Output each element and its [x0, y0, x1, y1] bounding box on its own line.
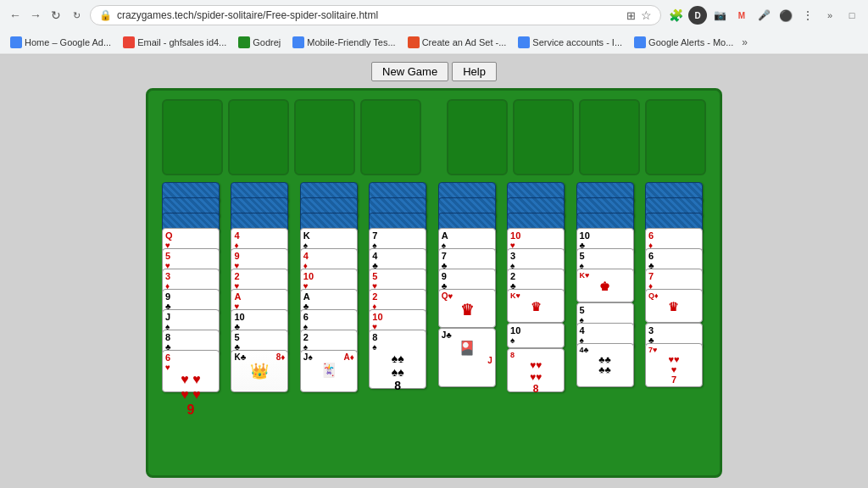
- card-7-spades-red[interactable]: 7♥ ♥♥♥7: [645, 343, 703, 387]
- tableau-col-6[interactable]: 10♥ 3♠ 2♣ K♥ ♛ 10♠ 8 ♥♥♥♥8: [507, 182, 568, 369]
- card-J-diamonds-face[interactable]: J♠A♦ 🃏: [300, 350, 358, 392]
- address-bar[interactable]: 🔒 crazygames.tech/spider-solitaire/Free-…: [90, 5, 661, 25]
- tableau-row: Q♥ 5♥ 3♦ 9♣ J♠ 8♣ 6♥ ♥: [157, 182, 711, 467]
- more-bookmarks[interactable]: »: [742, 36, 748, 48]
- browser-right-icons: 🧩 D 📷 M 🎤 ⚫ ⋮ » □: [666, 6, 861, 25]
- chrome-icon[interactable]: ⚫: [776, 6, 795, 25]
- url-text: crazygames.tech/spider-solitaire/Free-sp…: [117, 9, 621, 21]
- bookmark-service[interactable]: Service accounts - I...: [515, 35, 626, 50]
- card-8-hearts-big[interactable]: 8 ♥♥♥♥8: [507, 348, 565, 392]
- bookmark-home[interactable]: Home – Google Ad...: [7, 35, 114, 50]
- card-J-clubs[interactable]: J♣ 🎴 J: [438, 328, 496, 387]
- card-8-spades[interactable]: 8♠ ♠♠♠♠8: [369, 330, 426, 389]
- window-icon[interactable]: □: [843, 6, 861, 25]
- card-K-hearts-face[interactable]: K♥ ♚: [576, 269, 634, 302]
- mic-icon[interactable]: 🎤: [754, 6, 773, 25]
- foundation-slot-7[interactable]: [579, 99, 640, 175]
- translate-icon: ⊞: [626, 9, 636, 22]
- forward-button[interactable]: →: [27, 7, 44, 24]
- bookmark-home-label: Home – Google Ad...: [25, 37, 111, 47]
- tableau-col-8[interactable]: 6♦ 6♣ 7♦ Q♦ ♛ 3♣ 7♥ ♥♥♥7: [645, 182, 706, 369]
- extensions-icon[interactable]: 🧩: [666, 6, 685, 25]
- foundation-row: [157, 99, 711, 175]
- browser-titlebar: ← → ↻ ↻ 🔒 crazygames.tech/spider-solitai…: [0, 0, 868, 30]
- card-Q-hearts-face[interactable]: Q♥ ♛: [438, 289, 496, 328]
- card-6-hearts[interactable]: 6♥ ♥ ♥♥ ♥9: [162, 350, 220, 392]
- menu-icon[interactable]: ⋮: [798, 6, 817, 25]
- bookmark-mobile[interactable]: Mobile-Friendly Tes...: [289, 35, 398, 50]
- tableau-col-5[interactable]: A♠ 7♣ 9♣ Q♥ ♛ J♣ 🎴 J: [438, 182, 499, 369]
- foundation-slot-1[interactable]: [162, 99, 223, 175]
- browser-chrome: ← → ↻ ↻ 🔒 crazygames.tech/spider-solitai…: [0, 0, 868, 55]
- tableau-col-2[interactable]: 4♦ 9♥ 2♥ A♥ 10♣ 5♣: [231, 182, 292, 369]
- bookmark-email[interactable]: Email - ghfsales id4...: [120, 35, 230, 50]
- reload-button[interactable]: ↻: [47, 7, 64, 24]
- instagram-icon[interactable]: 📷: [710, 6, 729, 25]
- foundation-slot-3[interactable]: [294, 99, 355, 175]
- back-button[interactable]: ←: [7, 7, 24, 24]
- foundation-slot-2[interactable]: [228, 99, 289, 175]
- bookmark-email-label: Email - ghfsales id4...: [137, 37, 226, 47]
- foundation-slot-8[interactable]: [645, 99, 706, 175]
- bookmark-star-icon[interactable]: ☆: [641, 8, 652, 22]
- card-K-spades-face[interactable]: K♣ 8♦ 👑: [231, 350, 288, 392]
- game-board: Q♥ 5♥ 3♦ 9♣ J♠ 8♣ 6♥ ♥: [146, 88, 722, 478]
- tableau-col-3[interactable]: K♠ 4♦ 10♥ A♣ 6♠ 2♠: [300, 182, 361, 369]
- bookmark-ad-label: Create an Ad Set -...: [422, 37, 507, 47]
- card-10-spades-c6[interactable]: 10♠: [507, 323, 565, 348]
- bookmarks-bar: Home – Google Ad... Email - ghfsales id4…: [0, 30, 868, 54]
- bookmark-godrej-label: Godrej: [253, 37, 281, 47]
- bookmark-ad[interactable]: Create an Ad Set -...: [404, 35, 510, 50]
- help-button[interactable]: Help: [452, 62, 497, 81]
- foundation-right: [447, 99, 706, 175]
- bookmark-godrej[interactable]: Godrej: [235, 35, 284, 50]
- tableau-col-1[interactable]: Q♥ 5♥ 3♦ 9♣ J♠ 8♣ 6♥ ♥: [162, 182, 223, 369]
- profile-icon[interactable]: D: [688, 6, 707, 25]
- bookmark-alerts-label: Google Alerts - Mo...: [648, 37, 733, 47]
- tableau-col-4[interactable]: 7♠ 4♣ 5♥ 2♦ 10♥ 8♠ ♠♠♠♠8: [369, 182, 430, 369]
- bookmark-alerts[interactable]: Google Alerts - Mo...: [631, 35, 737, 50]
- foundation-slot-5[interactable]: [447, 99, 508, 175]
- card-Q-face-col6[interactable]: K♥ ♛: [507, 289, 565, 323]
- more-extensions-icon[interactable]: »: [821, 6, 839, 25]
- bookmark-mobile-label: Mobile-Friendly Tes...: [307, 37, 395, 47]
- tableau-col-7[interactable]: 10♣ 5♠ K♥ ♚ 5♠ 4♠ 4♣ ♣♣♣♣: [576, 182, 637, 369]
- card-4-clubs2[interactable]: 4♣ ♣♣♣♣: [576, 343, 634, 387]
- foundation-slot-4[interactable]: [360, 99, 421, 175]
- new-game-button[interactable]: New Game: [371, 62, 448, 81]
- bookmark-service-label: Service accounts - I...: [532, 37, 622, 47]
- card-Q-face-col8[interactable]: Q♦ ♛: [645, 289, 703, 323]
- gmail-icon[interactable]: M: [732, 6, 751, 25]
- foundation-left: [162, 99, 421, 175]
- game-container: New Game Help: [0, 55, 868, 488]
- foundation-slot-6[interactable]: [513, 99, 574, 175]
- game-toolbar: New Game Help: [371, 62, 497, 81]
- browser-nav-controls: ← → ↻ ↻: [7, 7, 85, 24]
- tab-icon[interactable]: ↻: [68, 7, 85, 24]
